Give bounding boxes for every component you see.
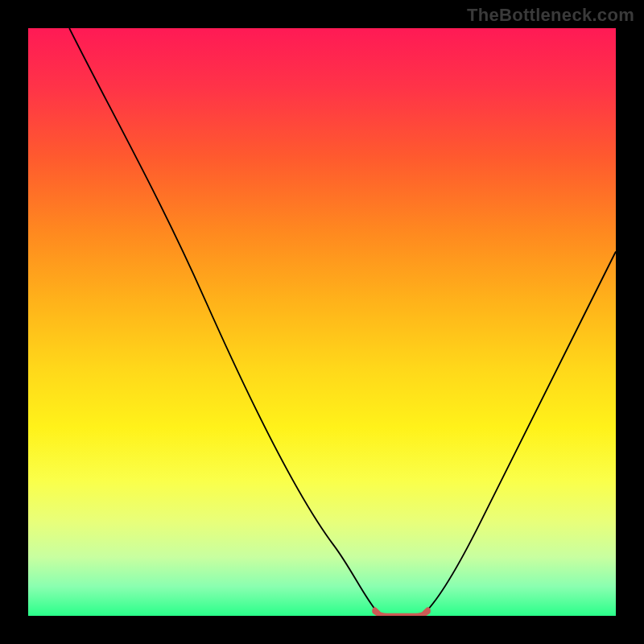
watermark-text: TheBottleneck.com <box>467 5 634 26</box>
trough-marker-right-hook <box>425 610 428 613</box>
chart-frame: TheBottleneck.com <box>0 0 644 644</box>
plot-area <box>28 28 616 616</box>
curve-right <box>425 251 616 613</box>
trough-marker <box>375 612 428 616</box>
curves-layer <box>28 28 616 616</box>
curve-left <box>69 28 378 613</box>
trough-marker-left-hook <box>375 610 378 613</box>
